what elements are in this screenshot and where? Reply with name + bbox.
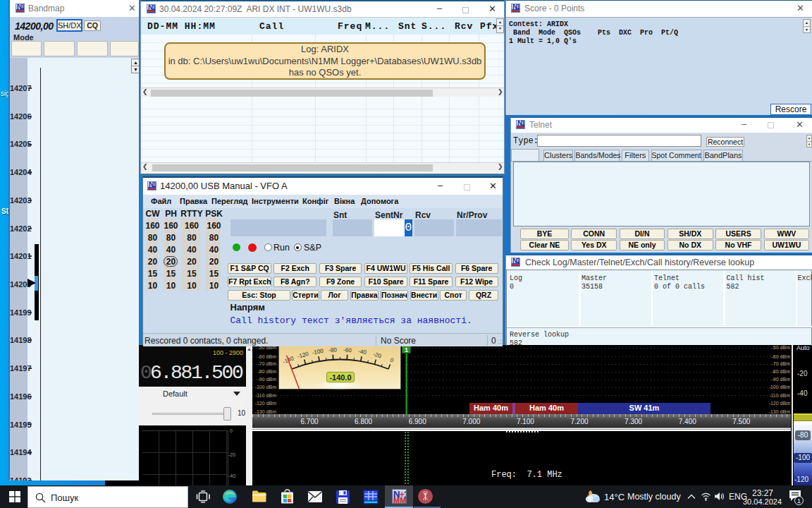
- svg-text:-80: -80: [328, 346, 338, 353]
- svg-text:-60: -60: [343, 347, 352, 354]
- svg-text:-120: -120: [297, 351, 309, 360]
- svg-text:0: 0: [389, 356, 395, 363]
- svg-text:-100: -100: [312, 348, 324, 356]
- svg-text:-20: -20: [372, 351, 382, 360]
- svg-text:-40: -40: [358, 348, 367, 356]
